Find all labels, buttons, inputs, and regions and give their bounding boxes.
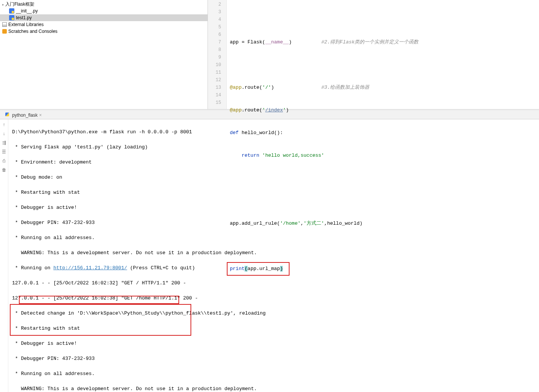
line-number: 7 [208, 39, 226, 46]
tree-folder[interactable]: 入门Flask框架 [0, 1, 208, 8]
ide-root: 入门Flask框架 __init__.py test1.py External … [0, 0, 539, 392]
console-line: * Debugger is active! [12, 204, 537, 211]
console-line: * Environment: development [12, 159, 537, 166]
library-icon [2, 22, 7, 27]
python-file-icon [9, 15, 14, 20]
line-number: 14 [208, 91, 226, 99]
code-editor[interactable]: 2 3 4 5 6 7 8 9 10 11 12 13 14 15 app = … [208, 0, 539, 109]
tree-file-test1[interactable]: test1.py [0, 14, 208, 21]
console-output[interactable]: D:\Python\Python37\python.exe -m flask r… [8, 119, 539, 392]
console-line: WARNING: This is a development server. D… [12, 385, 537, 392]
run-toolbar: ↑ ↓ ⇶ ☰ ⎙ 🗑 [0, 119, 8, 392]
console-line: 127.0.0.1 - - [25/Oct/2022 16:02:38] "GE… [12, 295, 537, 302]
line-number: 6 [208, 31, 226, 39]
run-body: ↑ ↓ ⇶ ☰ ⎙ 🗑 D:\Python\Python37\python.ex… [0, 119, 539, 392]
line-number: 12 [208, 76, 226, 84]
line-number: 8 [208, 46, 226, 54]
console-line: * Serving Flask app 'test1.py' (lazy loa… [12, 144, 537, 151]
tree-file-init[interactable]: __init__.py [0, 8, 208, 14]
server-url-link[interactable]: http://156.11.21.79:8001/ [53, 265, 127, 271]
code-line [230, 61, 539, 69]
code-area[interactable]: app = Flask(__name__) #2.得到Flask类的一个实例并定… [227, 0, 539, 109]
project-tree[interactable]: 入门Flask框架 __init__.py test1.py External … [0, 0, 208, 109]
arrow-up-icon[interactable]: ↑ [1, 122, 7, 128]
console-line: * Restarting with stat [12, 189, 537, 196]
run-tab-label: python_flask [12, 113, 37, 118]
upper-pane: 入门Flask框架 __init__.py test1.py External … [0, 0, 539, 110]
line-number: 13 [208, 84, 226, 91]
trash-icon[interactable]: 🗑 [1, 167, 7, 173]
python-file-icon [9, 8, 14, 14]
line-number: 3 [208, 8, 226, 16]
console-line: * Debugger is active! [12, 340, 537, 347]
console-line: * Running on http://156.11.21.79:8001/ (… [12, 264, 537, 272]
code-line: @app.route('/') #3.给函数加上装饰器 [230, 84, 539, 91]
folder-icon [2, 2, 5, 7]
wrap-icon[interactable]: ⇶ [1, 140, 7, 146]
console-line: * Debugger PIN: 437-232-933 [12, 355, 537, 363]
line-number: 9 [208, 54, 226, 61]
tree-label: Scratches and Consoles [8, 29, 57, 34]
line-number: 2 [208, 1, 226, 8]
line-number: 5 [208, 23, 226, 31]
console-line: 127.0.0.1 - - [25/Oct/2022 16:02:32] "GE… [12, 279, 537, 287]
tree-label: test1.py [16, 15, 32, 20]
console-line: * Running on all addresses. [12, 370, 537, 378]
code-line [230, 16, 539, 23]
console-line: * Debug mode: on [12, 174, 537, 181]
run-panel: python_flask× ↑ ↓ ⇶ ☰ ⎙ 🗑 D:\Python\Pyth… [0, 110, 539, 392]
print-icon[interactable]: ⎙ [1, 158, 7, 164]
close-icon[interactable]: × [39, 113, 42, 118]
console-line: * Detected change in 'D:\\WorkSpace\\Pyt… [12, 310, 537, 317]
python-run-icon [5, 113, 11, 118]
tree-label: __init__.py [16, 8, 38, 14]
line-number: 4 [208, 16, 226, 23]
scratch-icon [2, 29, 7, 34]
console-line: WARNING: This is a development server. D… [12, 249, 537, 257]
filter-icon[interactable]: ☰ [1, 149, 7, 155]
tree-scratches[interactable]: Scratches and Consoles [0, 28, 208, 35]
editor-gutter: 2 3 4 5 6 7 8 9 10 11 12 13 14 15 [208, 0, 227, 109]
code-line: @app.route('/index') [230, 106, 539, 114]
console-line: D:\Python\Python37\python.exe -m flask r… [12, 128, 537, 136]
tree-label: 入门Flask框架 [5, 1, 34, 8]
line-number: 10 [208, 61, 226, 69]
line-number: 11 [208, 69, 226, 76]
console-line: * Debugger PIN: 437-232-933 [12, 219, 537, 227]
line-number: 15 [208, 99, 226, 106]
arrow-down-icon[interactable]: ↓ [1, 131, 7, 137]
tree-external-libraries[interactable]: External Libraries [0, 21, 208, 28]
tree-label: External Libraries [8, 22, 43, 27]
run-config-tab[interactable]: python_flask× [3, 113, 44, 118]
console-line: * Running on all addresses. [12, 234, 537, 242]
console-line: * Restarting with stat [12, 325, 537, 332]
code-line: app = Flask(__name__) #2.得到Flask类的一个实例并定… [230, 39, 539, 46]
